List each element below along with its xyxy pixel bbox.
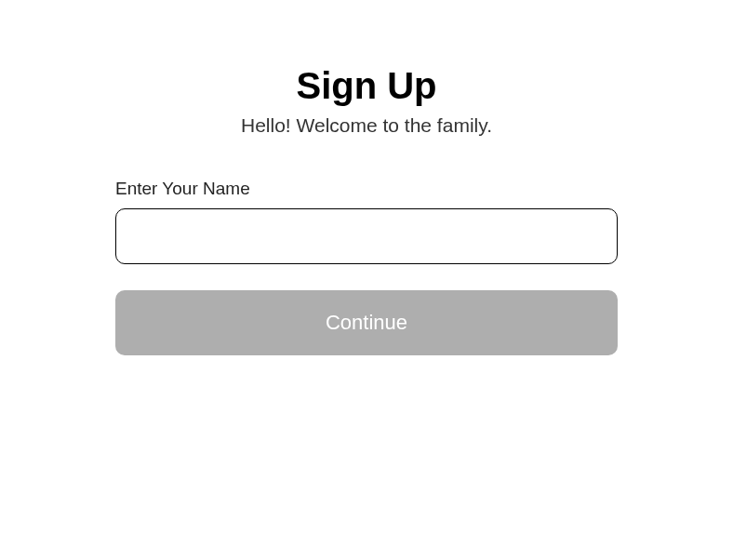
name-input[interactable] bbox=[115, 208, 618, 264]
continue-button[interactable]: Continue bbox=[115, 290, 618, 355]
page-subtitle: Hello! Welcome to the family. bbox=[241, 114, 492, 137]
name-form-group: Enter Your Name Continue bbox=[115, 179, 618, 355]
name-label: Enter Your Name bbox=[115, 179, 250, 199]
page-title: Sign Up bbox=[296, 65, 436, 107]
signup-form-container: Sign Up Hello! Welcome to the family. En… bbox=[115, 65, 618, 560]
